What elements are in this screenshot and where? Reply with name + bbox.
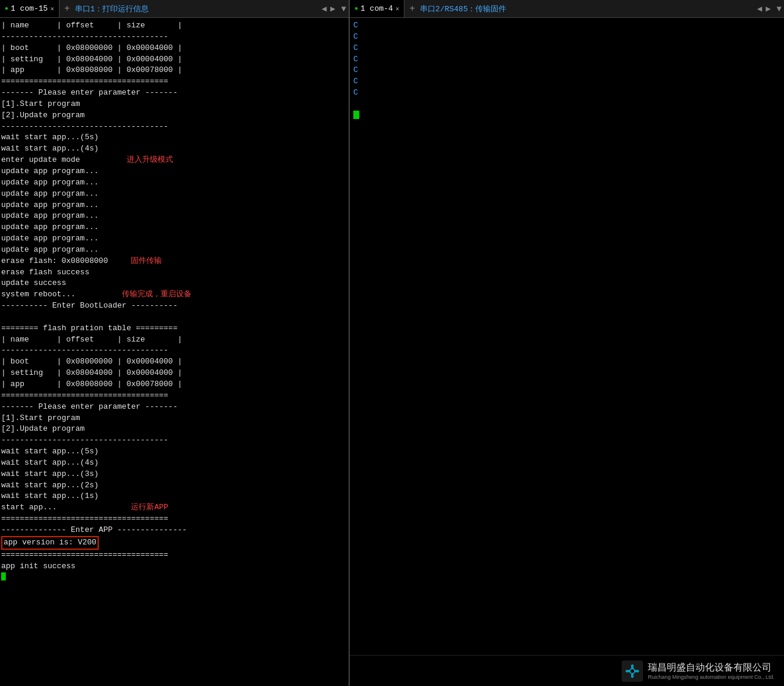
right-tab-add-button[interactable]: +: [404, 4, 420, 14]
right-tab-title: 串口2/RS485：传输固件: [420, 4, 507, 14]
terminal-line: start app... 运行新APP: [1, 502, 347, 513]
left-nav-prev-button[interactable]: ◀: [321, 4, 328, 14]
terminal-line-highlight: app version is: V200: [1, 536, 347, 550]
terminal-line: ------------------------------------: [1, 32, 347, 43]
terminal-line: ------------------------------------: [1, 435, 347, 446]
tab-dot-icon: ●: [5, 5, 8, 12]
left-nav-next-button[interactable]: ▶: [329, 4, 336, 14]
terminal-line: wait start app...(2s): [1, 480, 347, 491]
terminal-line: ====================================: [1, 390, 347, 402]
terminal-line: ======== flash pration table =========: [1, 323, 347, 334]
terminal-line: ====================================: [1, 76, 347, 87]
terminal-line: wait start app...(5s): [1, 132, 347, 143]
terminal-line: | setting | 0x08004000 | 0x00004000 |: [1, 54, 347, 65]
terminal-line: -------------- Enter APP ---------------: [1, 525, 347, 536]
terminal-line: erase flash: 0x08008000 固件传输: [1, 256, 347, 267]
terminal-line: [1, 312, 347, 323]
right-panel: ● 1 com-4 ✕ + 串口2/RS485：传输固件 ◀ ▶ ▼ C C C…: [350, 0, 784, 686]
terminal-line: app init success: [1, 561, 347, 572]
left-terminal[interactable]: | name | offset | size | ---------------…: [0, 18, 349, 686]
annotation-enter-update: 进入升级模式: [127, 155, 173, 164]
svg-point-10: [631, 669, 634, 673]
left-tab-add-button[interactable]: +: [59, 4, 75, 14]
terminal-line: [2].Update program: [1, 424, 347, 435]
right-tab-port: 1 com-4: [360, 4, 393, 13]
annotation-transfer-complete: 传输完成，重启设备: [122, 290, 192, 299]
terminal-line: wait start app...(1s): [1, 491, 347, 502]
logo-container: 瑞昌明盛自动化设备有限公司 Ruichang Mingsheng automat…: [622, 660, 774, 682]
terminal-line: update app program...: [1, 222, 347, 233]
terminal-line: update app program...: [1, 166, 347, 177]
terminal-line: C: [353, 87, 780, 99]
cursor-icon: [353, 111, 359, 119]
left-tab-active[interactable]: ● 1 com-15 ✕: [0, 0, 59, 17]
right-nav-dropdown-button[interactable]: ▼: [774, 4, 784, 14]
left-tab-close-button[interactable]: ✕: [50, 5, 54, 12]
terminal-line: | app | 0x08008000 | 0x00078000 |: [1, 379, 347, 390]
company-name-cn: 瑞昌明盛自动化设备有限公司: [648, 662, 772, 674]
terminal-line: C: [353, 54, 780, 65]
left-nav-arrows: ◀ ▶: [321, 4, 339, 14]
terminal-line: C: [353, 65, 780, 76]
terminal-line: erase flash success: [1, 267, 347, 278]
logo-bar: 瑞昌明盛自动化设备有限公司 Ruichang Mingsheng automat…: [350, 655, 784, 686]
right-terminal[interactable]: C C C C C C C: [350, 18, 784, 655]
terminal-line: update app program...: [1, 200, 347, 211]
terminal-line: C: [353, 32, 780, 43]
terminal-line: [353, 99, 780, 110]
terminal-line: wait start app...(4s): [1, 143, 347, 155]
terminal-line: wait start app...(4s): [1, 458, 347, 469]
left-tab-bar: ● 1 com-15 ✕ + 串口1：打印运行信息 ◀ ▶ ▼: [0, 0, 349, 18]
right-nav-arrows: ◀ ▶: [756, 4, 774, 14]
annotation-firmware-transfer: 固件传输: [131, 256, 162, 265]
terminal-line: update app program...: [1, 233, 347, 245]
terminal-line: update app program...: [1, 211, 347, 222]
terminal-line: update app program...: [1, 245, 347, 256]
logo-text-container: 瑞昌明盛自动化设备有限公司 Ruichang Mingsheng automat…: [648, 662, 774, 680]
terminal-line: ====================================: [1, 513, 347, 525]
terminal-line: wait start app...(5s): [1, 446, 347, 458]
left-tab-title: 串口1：打印运行信息: [75, 4, 149, 14]
terminal-line: [2].Update program: [1, 110, 347, 121]
terminal-line: ------------------------------------: [1, 345, 347, 356]
right-tab-active[interactable]: ● 1 com-4 ✕: [350, 0, 404, 17]
right-nav-next-button[interactable]: ▶: [764, 4, 772, 14]
terminal-line: | boot | 0x08000000 | 0x00004000 |: [1, 43, 347, 54]
terminal-line: [1].Start program: [1, 413, 347, 424]
terminal-line: | name | offset | size |: [1, 20, 347, 32]
right-nav-prev-button[interactable]: ◀: [756, 4, 763, 14]
terminal-line: ---------- Enter BootLoader ----------: [1, 300, 347, 312]
terminal-line: C: [353, 43, 780, 54]
terminal-line: enter update mode 进入升级模式: [1, 155, 347, 166]
terminal-line: | app | 0x08008000 | 0x00078000 |: [1, 65, 347, 76]
main-container: ● 1 com-15 ✕ + 串口1：打印运行信息 ◀ ▶ ▼ | name |…: [0, 0, 784, 686]
terminal-line: C: [353, 20, 780, 32]
terminal-cursor: █: [1, 572, 347, 583]
left-tab-port: 1 com-15: [11, 4, 48, 13]
right-tab-dot-icon: ●: [355, 5, 358, 12]
terminal-line: | name | offset | size |: [1, 334, 347, 346]
terminal-line: wait start app...(3s): [1, 469, 347, 480]
right-terminal-cursor: [353, 110, 780, 121]
terminal-line: ------------------------------------: [1, 121, 347, 133]
terminal-line: | boot | 0x08000000 | 0x00004000 |: [1, 356, 347, 368]
terminal-line: update app program...: [1, 177, 347, 189]
left-nav-dropdown-button[interactable]: ▼: [339, 4, 349, 14]
terminal-line: ------- Please enter parameter -------: [1, 402, 347, 413]
right-tab-bar: ● 1 com-4 ✕ + 串口2/RS485：传输固件 ◀ ▶ ▼: [350, 0, 784, 18]
terminal-line: ------- Please enter parameter -------: [1, 87, 347, 99]
terminal-line: update success: [1, 278, 347, 289]
left-panel: ● 1 com-15 ✕ + 串口1：打印运行信息 ◀ ▶ ▼ | name |…: [0, 0, 350, 686]
annotation-run-new-app: 运行新APP: [131, 503, 168, 512]
app-version-highlight: app version is: V200: [1, 536, 99, 550]
terminal-line: [1].Start program: [1, 99, 347, 110]
terminal-line: ====================================: [1, 550, 347, 561]
right-tab-close-button[interactable]: ✕: [396, 5, 400, 12]
company-logo-icon: [622, 660, 643, 682]
terminal-line: update app program...: [1, 189, 347, 200]
company-name-en: Ruichang Mingsheng automation equipment …: [648, 674, 774, 680]
terminal-line: C: [353, 76, 780, 87]
terminal-line: system reboot... 传输完成，重启设备: [1, 289, 347, 300]
terminal-line: | setting | 0x08004000 | 0x00004000 |: [1, 368, 347, 379]
